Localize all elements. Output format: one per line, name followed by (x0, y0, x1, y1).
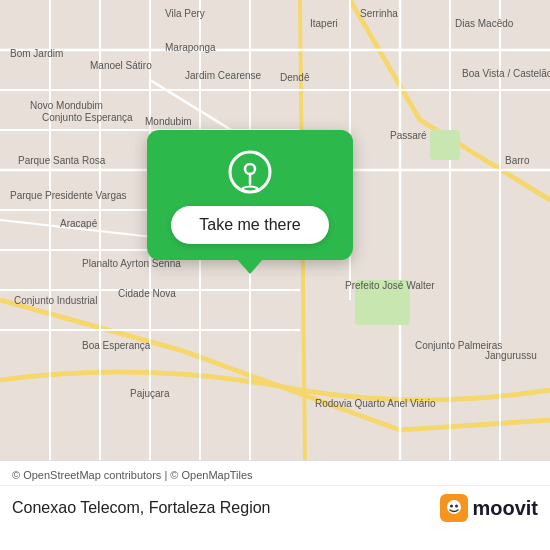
map-label: Bom Jardim (10, 48, 63, 59)
map-label: Boa Vista / Castelão (462, 68, 550, 79)
map-label: Itaperi (310, 18, 338, 29)
svg-point-22 (455, 505, 458, 508)
moovit-icon (440, 494, 468, 522)
map-label: Conjunto Palmeiras (415, 340, 502, 351)
info-bar: © OpenStreetMap contributors | © OpenMap… (0, 460, 550, 550)
map-label: Barro (505, 155, 529, 166)
park-area-1 (355, 280, 410, 325)
attribution-text: © OpenStreetMap contributors | © OpenMap… (0, 461, 550, 486)
map-area: Vila PerySerrinhaItaperiDias MacêdoMarap… (0, 0, 550, 460)
title-row: Conexao Telecom, Fortaleza Region moovit (0, 486, 550, 530)
popup-bubble: Take me there (147, 130, 352, 260)
map-label: Manoel Sátiro (90, 60, 152, 71)
park-area-2 (430, 130, 460, 160)
map-label: Conjunto Esperança (42, 112, 133, 123)
map-label: Jangurussu (485, 350, 537, 361)
map-label: Vila Pery (165, 8, 205, 19)
map-label: Rodovia Quarto Anel Viário (315, 398, 435, 409)
map-label: Maraponga (165, 42, 216, 53)
moovit-logo: moovit (440, 494, 538, 522)
moovit-text: moovit (472, 497, 538, 520)
map-label: Novo Mondubim (30, 100, 103, 111)
map-label: Dias Macêdo (455, 18, 513, 29)
map-label: Mondubim (145, 116, 192, 127)
place-title: Conexao Telecom, Fortaleza Region (12, 499, 271, 517)
svg-point-21 (450, 505, 453, 508)
map-label: Jardim Cearense (185, 70, 261, 81)
take-me-there-button[interactable]: Take me there (171, 206, 328, 244)
map-label: Pajuçara (130, 388, 169, 399)
map-label: Cidade Nova (118, 288, 176, 299)
map-label: Serrinha (360, 8, 398, 19)
map-label: Parque Santa Rosa (18, 155, 105, 166)
svg-point-18 (245, 164, 255, 174)
map-label: Dendê (280, 72, 309, 83)
map-label: Conjunto Industrial (14, 295, 97, 306)
location-pin-icon (228, 150, 272, 194)
map-label: Passaré (390, 130, 427, 141)
map-popup: Take me there (140, 130, 360, 260)
map-label: Aracapé (60, 218, 97, 229)
map-label: Boa Esperança (82, 340, 150, 351)
map-label: Parque Presidente Vargas (10, 190, 127, 201)
